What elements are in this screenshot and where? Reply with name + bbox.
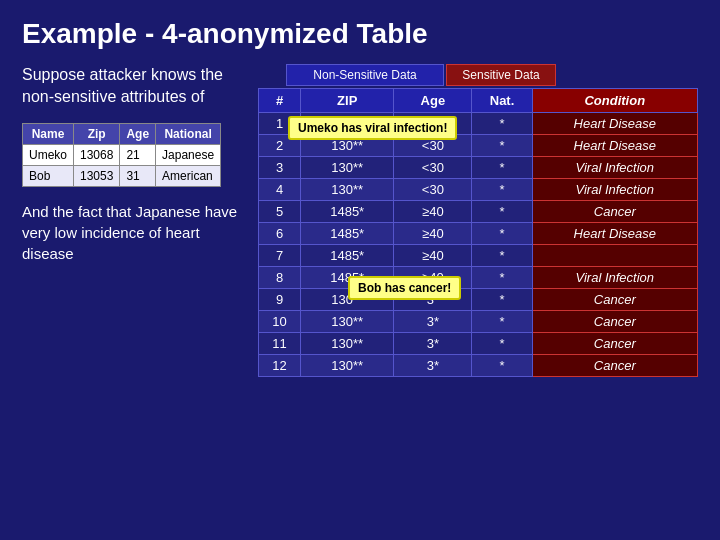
table-row: 10130**3**Cancer: [259, 311, 698, 333]
table-row: 12130**3**Cancer: [259, 355, 698, 377]
cell-zip: 130**: [301, 157, 394, 179]
tooltip-umeko: Umeko has viral infection!: [288, 116, 457, 140]
conclusion-text: And the fact that Japanese have very low…: [22, 201, 242, 264]
cell-zip: 130**: [301, 333, 394, 355]
section-headers: Non-Sensitive Data Sensitive Data: [258, 64, 698, 86]
header-age: Age: [394, 89, 472, 113]
cell-nat: *: [472, 135, 532, 157]
cell-nat: *: [472, 245, 532, 267]
cell-nat: *: [472, 179, 532, 201]
table-row: 71485*≥40*: [259, 245, 698, 267]
sensitive-label: Sensitive Data: [446, 64, 556, 86]
cell-cond: Cancer: [532, 355, 697, 377]
cell-nat-2: American: [156, 165, 221, 186]
cell-num: 12: [259, 355, 301, 377]
cell-nat: *: [472, 201, 532, 223]
table-row: Umeko 13068 21 Japanese: [23, 144, 221, 165]
cell-zip: 130**: [301, 179, 394, 201]
cell-nat: *: [472, 355, 532, 377]
cell-age: ≥40: [394, 245, 472, 267]
cell-num: 11: [259, 333, 301, 355]
cell-num: 8: [259, 267, 301, 289]
cell-cond: Cancer: [532, 333, 697, 355]
table-row: 51485*≥40*Cancer: [259, 201, 698, 223]
cell-cond: Cancer: [532, 311, 697, 333]
cell-age: <30: [394, 179, 472, 201]
attacker-knowledge-table: Name Zip Age National Umeko 13068 21 Jap…: [22, 123, 221, 187]
cell-age: 3*: [394, 311, 472, 333]
cell-nat: *: [472, 113, 532, 135]
cell-zip: 1485*: [301, 245, 394, 267]
cell-nat: *: [472, 267, 532, 289]
cell-nat: *: [472, 223, 532, 245]
cell-age-1: 21: [120, 144, 156, 165]
cell-zip-1: 13068: [74, 144, 120, 165]
cell-name-1: Umeko: [23, 144, 74, 165]
tooltip-bob: Bob has cancer!: [348, 276, 461, 300]
cell-cond: Viral Infection: [532, 179, 697, 201]
cell-nat: *: [472, 311, 532, 333]
cell-age: 3*: [394, 355, 472, 377]
col-header-zip: Zip: [74, 123, 120, 144]
table-row: 81485*≥40*Viral Infection: [259, 267, 698, 289]
cell-cond: Heart Disease: [532, 135, 697, 157]
cell-zip: 1485*: [301, 201, 394, 223]
cell-age-2: 31: [120, 165, 156, 186]
table-row: Bob 13053 31 American: [23, 165, 221, 186]
table-row: 4130**<30*Viral Infection: [259, 179, 698, 201]
header-num: #: [259, 89, 301, 113]
cell-num: 10: [259, 311, 301, 333]
header-zip: ZIP: [301, 89, 394, 113]
cell-age: ≥40: [394, 201, 472, 223]
cell-cond: Cancer: [532, 201, 697, 223]
cell-nat: *: [472, 333, 532, 355]
cell-age: ≥40: [394, 223, 472, 245]
cell-num: 5: [259, 201, 301, 223]
cell-cond: Viral Infection: [532, 157, 697, 179]
cell-cond: Viral Infection: [532, 267, 697, 289]
cell-zip-2: 13053: [74, 165, 120, 186]
cell-cond: Cancer: [532, 289, 697, 311]
table-header-row: # ZIP Age Nat. Condition: [259, 89, 698, 113]
header-nat: Nat.: [472, 89, 532, 113]
intro-text: Suppose attacker knows the non-sensitive…: [22, 64, 242, 109]
main-table-container: Umeko has viral infection! Bob has cance…: [258, 88, 698, 377]
cell-cond: Heart Disease: [532, 113, 697, 135]
non-sensitive-label: Non-Sensitive Data: [286, 64, 444, 86]
cell-cond: Heart Disease: [532, 223, 697, 245]
page-title: Example - 4-anonymized Table: [22, 18, 698, 50]
cell-zip: 130**: [301, 355, 394, 377]
cell-nat-1: Japanese: [156, 144, 221, 165]
col-header-name: Name: [23, 123, 74, 144]
cell-num: 7: [259, 245, 301, 267]
table-row: 9130**3**Cancer: [259, 289, 698, 311]
table-row: 61485*≥40*Heart Disease: [259, 223, 698, 245]
col-header-national: National: [156, 123, 221, 144]
cell-cond: [532, 245, 697, 267]
table-row: 11130**3**Cancer: [259, 333, 698, 355]
cell-nat: *: [472, 289, 532, 311]
table-row: 3130**<30*Viral Infection: [259, 157, 698, 179]
page: Example - 4-anonymized Table Suppose att…: [0, 0, 720, 540]
cell-num: 9: [259, 289, 301, 311]
header-condition: Condition: [532, 89, 697, 113]
col-header-age: Age: [120, 123, 156, 144]
cell-num: 6: [259, 223, 301, 245]
cell-zip: 130**: [301, 311, 394, 333]
main-layout: Suppose attacker knows the non-sensitive…: [22, 64, 698, 377]
cell-name-2: Bob: [23, 165, 74, 186]
cell-age: 3*: [394, 333, 472, 355]
cell-age: <30: [394, 157, 472, 179]
right-panel: Non-Sensitive Data Sensitive Data Umeko …: [258, 64, 698, 377]
cell-nat: *: [472, 157, 532, 179]
left-panel: Suppose attacker knows the non-sensitive…: [22, 64, 242, 264]
cell-num: 4: [259, 179, 301, 201]
cell-zip: 1485*: [301, 223, 394, 245]
cell-num: 3: [259, 157, 301, 179]
